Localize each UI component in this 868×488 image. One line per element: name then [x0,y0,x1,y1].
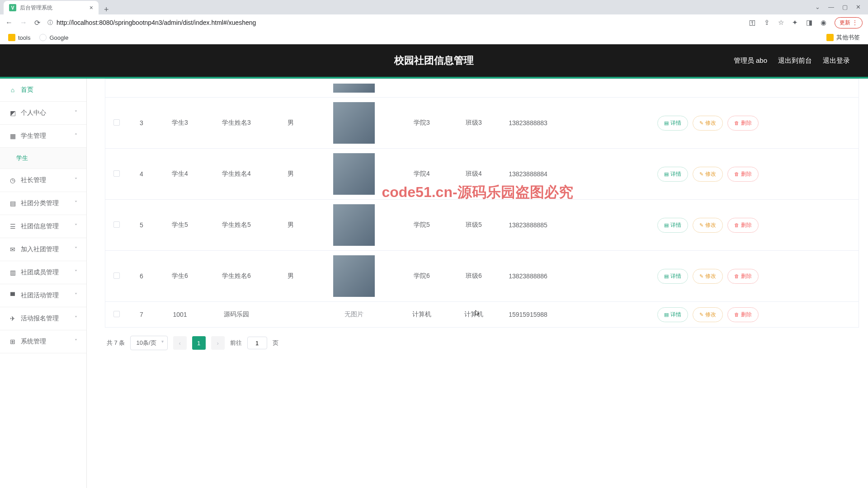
browser-chrome: V 后台管理系统 × + ⌄ — ▢ ✕ ← → ⟳ ⓘ http://loca… [0,0,868,44]
cell-account: 学生5 [155,216,205,234]
system-icon: ⊞ [9,338,16,345]
new-tab-button[interactable]: + [99,5,114,14]
avatar [333,204,375,246]
chevron-up-icon: ˄ [75,133,77,139]
sidebar-item-7[interactable]: ▀社团活动管理˅ [0,284,86,307]
cell-photo: 无图片 [313,306,395,323]
minimize-icon[interactable]: — [828,4,834,10]
sidebar-item-4[interactable]: ☰社团信息管理˅ [0,215,86,238]
page-size-select[interactable]: 10条/页 [130,336,167,350]
cell-college: 计算机 [395,306,449,323]
table-row: 7 1001 源码乐园 无图片 计算机 计算机 15915915988 ▤详情 … [105,302,859,327]
sidebar-subitem[interactable]: 学生 [0,148,86,169]
delete-button[interactable]: 🗑删除 [727,167,759,182]
chevron-down-icon[interactable]: ⌄ [815,4,820,10]
extensions-icon[interactable]: ✦ [792,19,798,27]
delete-icon: 🗑 [734,120,739,126]
cell-account: 1001 [155,306,205,323]
cell-sex: 男 [268,165,313,183]
bookmark-tools[interactable]: tools [8,34,30,41]
detail-icon: ▤ [664,171,669,177]
row-checkbox[interactable] [113,272,120,279]
home-icon: ⌂ [9,86,16,94]
profile-icon[interactable]: ◉ [821,19,826,27]
next-page-button[interactable]: › [211,336,225,350]
goto-input[interactable] [247,337,267,349]
address-bar: ← → ⟳ ⓘ http://localhost:8080/springboot… [0,14,868,31]
table-row: 5 学生5 学生姓名5 男 学院5 班级5 13823888885 ▤详情 ✎修… [105,200,859,251]
sidebar-item-5[interactable]: ✉加入社团管理˅ [0,238,86,261]
sidebar-item-9[interactable]: ⊞系统管理˅ [0,330,86,353]
detail-button[interactable]: ▤详情 [657,307,688,322]
no-photo-text: 无图片 [344,310,363,319]
row-checkbox[interactable] [113,221,120,228]
reload-button[interactable]: ⟳ [34,19,40,27]
detail-button[interactable]: ▤详情 [657,116,688,131]
total-count: 共 7 条 [107,339,125,347]
page-1-button[interactable]: 1 [192,336,206,350]
logout-link[interactable]: 退出登录 [823,56,850,65]
edit-icon: ✎ [699,222,703,228]
sidebar-item-6[interactable]: ▥社团成员管理˅ [0,261,86,284]
edit-button[interactable]: ✎修改 [693,269,723,284]
back-button[interactable]: ← [5,19,13,27]
sidebar-item-home[interactable]: ⌂ 首页 [0,79,86,102]
avatar [333,255,375,297]
detail-icon: ▤ [664,120,669,126]
sidebar-item-1[interactable]: ▦学生管理˄ [0,125,86,148]
to-front-link[interactable]: 退出到前台 [778,56,812,65]
maximize-icon[interactable]: ▢ [842,4,848,10]
admin-label[interactable]: 管理员 abo [734,56,767,65]
share-icon[interactable]: ⇪ [764,19,770,27]
detail-icon: ▤ [664,222,669,228]
list-icon: ☰ [9,223,16,230]
star-icon[interactable]: ☆ [778,19,784,27]
compass-icon: ◷ [9,177,16,184]
sidebar-item-0[interactable]: ◩个人中心˅ [0,102,86,125]
delete-icon: 🗑 [734,171,739,177]
bookmark-bar: tools Google 其他书签 [0,31,868,44]
delete-button[interactable]: 🗑删除 [727,307,759,322]
main-content: code51.cn-源码乐园盗图必究 3 学生3 学生姓名3 男 学院3 班级3… [87,79,868,488]
chevron-down-icon: ˅ [75,269,77,276]
delete-button[interactable]: 🗑删除 [727,116,759,131]
prev-page-button[interactable]: ‹ [173,336,187,350]
browser-tab[interactable]: V 后台管理系统 × [4,1,99,14]
close-icon[interactable]: × [90,4,93,11]
cell-name: 学生姓名5 [205,216,268,234]
sidebar-item-2[interactable]: ◷社长管理˅ [0,169,86,192]
sidebar-item-3[interactable]: ▤社团分类管理˅ [0,192,86,215]
detail-button[interactable]: ▤详情 [657,269,688,284]
row-checkbox[interactable] [113,170,120,177]
close-window-icon[interactable]: ✕ [856,4,861,10]
forward-button[interactable]: → [20,19,27,27]
side-panel-icon[interactable]: ◨ [806,19,812,27]
detail-button[interactable]: ▤详情 [657,167,688,182]
app-header: 校园社团信息管理 管理员 abo 退出到前台 退出登录 [0,44,868,77]
edit-button[interactable]: ✎修改 [693,167,723,182]
edit-button[interactable]: ✎修改 [693,307,723,322]
activity-icon: ▀ [9,292,16,299]
edit-button[interactable]: ✎修改 [693,116,723,131]
chevron-down-icon: ˅ [75,110,77,116]
table-row [105,79,859,98]
cell-college: 学院5 [395,216,449,234]
edit-button[interactable]: ✎修改 [693,218,723,233]
cell-class: 班级4 [449,165,499,183]
cell-account: 学生3 [155,114,205,131]
delete-button[interactable]: 🗑删除 [727,269,759,284]
key-icon[interactable]: ⚿ [749,19,756,27]
row-checkbox[interactable] [113,311,120,317]
delete-button[interactable]: 🗑删除 [727,218,759,233]
bookmark-google[interactable]: Google [39,34,68,41]
chevron-down-icon: ˅ [75,246,77,253]
update-button[interactable]: 更新 ⋮ [835,17,863,28]
sidebar-item-8[interactable]: ✈活动报名管理˅ [0,307,86,330]
header-right: 管理员 abo 退出到前台 退出登录 [734,56,850,65]
cell-class: 班级6 [449,267,499,285]
row-checkbox[interactable] [113,119,120,126]
detail-button[interactable]: ▤详情 [657,218,688,233]
url-box[interactable]: ⓘ http://localhost:8080/springbootnp4n3/… [47,19,742,27]
bookmark-other[interactable]: 其他书签 [826,33,860,42]
favicon-icon: V [9,4,16,11]
